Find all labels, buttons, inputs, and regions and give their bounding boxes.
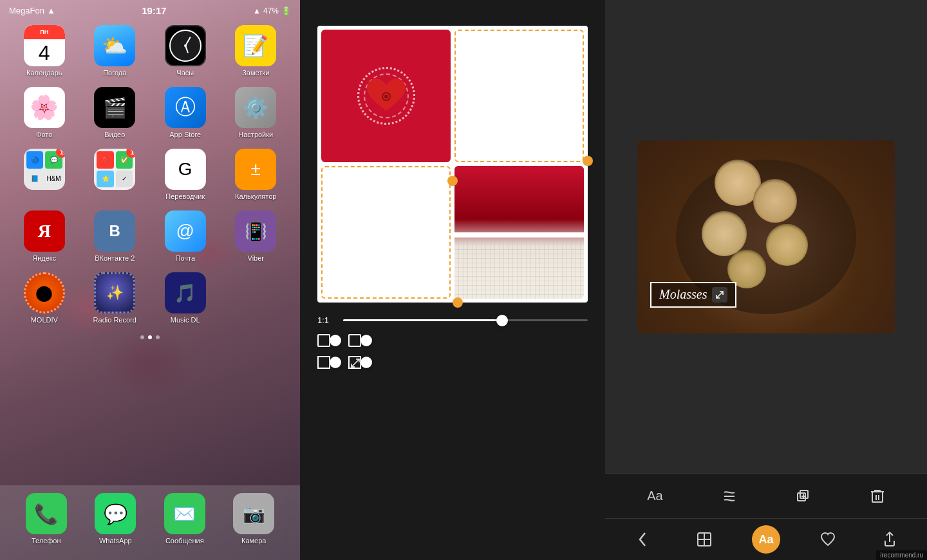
- battery-icon: 🔋: [281, 6, 291, 15]
- app-photos[interactable]: 🌸 Фото: [12, 87, 77, 138]
- carrier-text: MegaFon: [9, 6, 44, 15]
- svg-line-3: [716, 292, 723, 298]
- status-carrier: MegaFon ▲: [9, 6, 55, 15]
- app-calculator[interactable]: ± Калькулятор: [223, 149, 289, 200]
- cookie-photo: Molasses: [637, 140, 895, 333]
- text-overlay[interactable]: Molasses: [650, 282, 736, 308]
- svg-point-1: [384, 95, 388, 98]
- app-label-photos: Фото: [36, 131, 52, 138]
- square-icon: [317, 356, 330, 369]
- app-label-radio: Radio Record: [93, 316, 136, 324]
- delete-button[interactable]: [865, 483, 890, 509]
- app-label-musicdl: Music DL: [171, 316, 200, 324]
- dock-sms[interactable]: ✉️ Сообщения: [164, 493, 205, 545]
- slider-row-2: [317, 356, 588, 369]
- app-translate[interactable]: G Переводчик: [153, 149, 218, 200]
- layout-button[interactable]: [690, 525, 718, 554]
- split-control-2b: [348, 356, 366, 369]
- app-label-settings: Настройки: [238, 131, 273, 138]
- text-mode-button[interactable]: Aa: [752, 525, 780, 554]
- duplicate-button[interactable]: [791, 483, 816, 509]
- app-label-notes: Заметки: [242, 69, 269, 77]
- app-label-clock: Часы: [176, 69, 194, 77]
- dock-label-phone: Телефон: [32, 537, 61, 545]
- app-messages-group1[interactable]: 🔵 💬 📘 H&M 1: [12, 149, 77, 200]
- collage-cell-topleft[interactable]: [321, 30, 451, 162]
- drag-handle-middle[interactable]: [447, 176, 458, 186]
- location-icon: ▲: [253, 6, 261, 15]
- dock: 📞 Телефон 💬 WhatsApp ✉️ Сообщения 📷 Каме…: [0, 485, 300, 560]
- app-label-video: Видео: [104, 131, 125, 138]
- app-messages-group2[interactable]: 🔴 ✅ ⭐ ✓ 1: [82, 149, 148, 200]
- image-text-editor: molasses Molasses: [605, 0, 927, 560]
- app-label-moldiv: MOLDIV: [31, 316, 58, 324]
- app-appstore[interactable]: Ⓐ App Store: [153, 87, 218, 138]
- drag-handle-right[interactable]: [583, 156, 593, 166]
- battery-text: 47%: [263, 6, 279, 15]
- split-control-1b: [348, 334, 366, 347]
- collage-cell-bottomleft[interactable]: [321, 166, 451, 299]
- dock-camera[interactable]: 📷 Камера: [233, 493, 274, 545]
- app-yandex[interactable]: Я Яндекс: [12, 210, 77, 262]
- dock-label-whatsapp: WhatsApp: [99, 537, 132, 545]
- dock-whatsapp[interactable]: 💬 WhatsApp: [95, 493, 136, 545]
- app-vk[interactable]: В ВКонтакте 2: [82, 210, 148, 262]
- status-bar: MegaFon ▲ 19:17 ▲ 47% 🔋: [0, 0, 300, 19]
- app-calendar[interactable]: ПН 4 Календарь: [12, 25, 77, 77]
- drag-handle-bottom[interactable]: [453, 297, 463, 308]
- editor-toolbar: Aa: [605, 473, 927, 518]
- app-label-weather: Погода: [103, 69, 126, 77]
- expand-icon: [348, 356, 361, 369]
- app-label-viber: Viber: [248, 254, 264, 262]
- status-time: 19:17: [142, 5, 166, 16]
- app-settings[interactable]: ⚙️ Настройки: [223, 87, 289, 138]
- resize-handle[interactable]: [712, 287, 727, 303]
- ratio-label: 1:1: [317, 315, 337, 325]
- app-mail[interactable]: @ Почта: [153, 210, 218, 262]
- app-moldiv[interactable]: ⬤ MOLDIV: [12, 272, 77, 324]
- dock-label-camera: Камера: [241, 537, 266, 545]
- collage-cell-bottomright[interactable]: [454, 166, 584, 299]
- editor-canvas: Molasses: [605, 0, 927, 473]
- share-button[interactable]: [876, 525, 904, 554]
- app-label-translate: Переводчик: [165, 192, 205, 200]
- app-label-calc: Калькулятор: [235, 192, 276, 200]
- app-musicdl[interactable]: 🎵 Music DL: [153, 272, 218, 324]
- controls-area: 1:1: [317, 303, 588, 384]
- app-label-mail: Почта: [175, 254, 195, 262]
- collage-cell-topright[interactable]: [454, 30, 584, 162]
- ratio-control-row: 1:1: [317, 315, 588, 325]
- overlay-text: Molasses: [659, 287, 707, 302]
- font-button[interactable]: Aa: [642, 483, 668, 509]
- irecommend-watermark: irecommend.ru: [876, 550, 927, 560]
- app-grid: ПН 4 Календарь ⛅ Погода Часы: [0, 19, 300, 330]
- split-control-2a: [317, 356, 335, 369]
- app-video[interactable]: 🎬 Видео: [82, 87, 148, 138]
- back-button[interactable]: [628, 525, 657, 554]
- ios-homescreen: MegaFon ▲ 19:17 ▲ 47% 🔋 ПН 4 Календарь ⛅…: [0, 0, 300, 560]
- app-radio-record[interactable]: ✨ Radio Record: [82, 272, 148, 324]
- slider-row-1: [317, 334, 588, 347]
- badge-2: 1: [126, 149, 135, 158]
- svg-rect-9: [872, 492, 883, 502]
- border-icon-1: [317, 334, 330, 347]
- app-label-yandex: Яндекс: [32, 254, 56, 262]
- border-icon-2: [348, 334, 361, 347]
- app-label-vk: ВКонтакте 2: [95, 254, 135, 262]
- collage-area[interactable]: [317, 26, 588, 303]
- app-label-calendar: Календарь: [26, 69, 62, 77]
- app-viber[interactable]: 📳 Viber: [223, 210, 289, 262]
- app-clock[interactable]: Часы: [153, 25, 218, 77]
- collage-app: 1:1: [300, 0, 605, 560]
- app-weather[interactable]: ⛅ Погода: [82, 25, 148, 77]
- app-notes[interactable]: 📝 Заметки: [223, 25, 289, 77]
- status-battery: ▲ 47% 🔋: [253, 6, 291, 15]
- split-control-1a: [317, 334, 335, 347]
- align-button[interactable]: [716, 483, 742, 509]
- dock-label-sms: Сообщения: [165, 537, 204, 545]
- like-button[interactable]: [814, 525, 842, 554]
- svg-line-2: [351, 359, 359, 367]
- dock-phone[interactable]: 📞 Телефон: [26, 493, 67, 545]
- signal-icon: ▲: [47, 6, 55, 15]
- ratio-slider-track[interactable]: [343, 319, 588, 321]
